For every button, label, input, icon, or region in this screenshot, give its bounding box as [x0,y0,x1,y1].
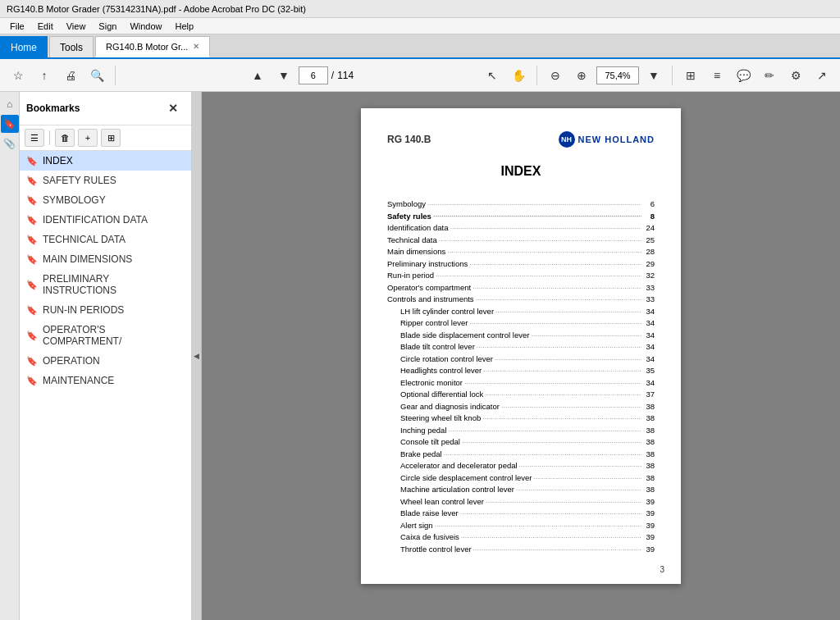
toc-item[interactable]: Identification data ····················… [387,222,655,235]
toc-item[interactable]: Alert sign ·····························… [387,520,655,532]
bookmark-safety[interactable]: 🔖 SAFETY RULES [20,171,191,190]
toc-item[interactable]: Blade side displacement control lever ··… [387,330,655,342]
sidebar-list-btn[interactable]: ☰ [25,129,44,147]
toc-page-num: 38 [641,484,655,495]
zoom-out-button[interactable]: ⊖ [544,64,567,87]
menu-window[interactable]: Window [123,21,168,31]
toc-item[interactable]: Blade raise lever ······················… [387,508,655,520]
print-button[interactable]: 🖨 [59,64,82,87]
zoom-in-button[interactable]: ⊕ [570,64,593,87]
menu-sign[interactable]: Sign [92,21,123,31]
bookmark-icon-technical: 🔖 [26,235,38,245]
toc-item[interactable]: Circle side desplacement control lever ·… [387,472,655,485]
toc-item[interactable]: Run-in period ··························… [387,270,655,282]
bookmark-index[interactable]: 🔖 INDEX [20,151,191,171]
menu-help[interactable]: Help [169,21,201,31]
strip-nav-btn[interactable]: ⌂ [1,95,19,113]
index-title: INDEX [387,164,655,179]
zoom-input[interactable] [596,66,639,84]
toc-label: Throttle control lever [400,544,472,555]
sidebar-delete-btn[interactable]: 🗑 [55,129,75,147]
search-button[interactable]: 🔍 [85,64,108,87]
toc-page-num: 38 [641,449,655,460]
toc-item[interactable]: Headlights control lever ···············… [387,365,655,377]
toc-item[interactable]: Console tilt pedal ·····················… [387,436,655,449]
toc-page-num: 29 [641,258,655,270]
sidebar-add-btn[interactable]: + [78,129,98,147]
bookmark-operator[interactable]: 🔖 OPERATOR'S COMPARTMENT/ [20,320,191,351]
zoom-dropdown-button[interactable]: ▼ [642,64,665,87]
bookmark-identification[interactable]: 🔖 IDENTIFICATION DATA [20,210,191,230]
page-down-button[interactable]: ▼ [272,64,295,87]
bookmark-operation[interactable]: 🔖 OPERATION [20,351,191,371]
pen-button[interactable]: ✏ [758,64,781,87]
bookmark-preliminary[interactable]: 🔖 PRELIMINARY INSTRUCTIONS [20,269,191,300]
bookmark-dimensions[interactable]: 🔖 MAIN DIMENSIONS [20,249,191,269]
toc-label: Inching pedal [400,425,447,436]
toc-item[interactable]: Symbology ······························… [387,198,655,211]
cursor-tool[interactable]: ↖ [481,64,504,87]
strip-attachment-btn[interactable]: 📎 [1,134,19,153]
back-button[interactable]: ☆ [7,64,30,87]
sidebar-sep [49,130,50,145]
toc-item[interactable]: Optional differential lock ·············… [387,389,655,401]
sidebar-expand-btn[interactable]: ⊞ [101,129,121,147]
toc-dots: ········································… [500,402,641,413]
strip-bookmark-btn[interactable]: 🔖 [1,115,19,133]
tab-tools[interactable]: Tools [49,36,94,57]
toc-item[interactable]: Operator's compartment ·················… [387,282,655,294]
toc-dots: ········································… [437,235,641,247]
menu-file[interactable]: File [3,21,31,31]
menu-view[interactable]: View [60,21,93,31]
bookmark-symbology[interactable]: 🔖 SYMBOLOGY [20,190,191,210]
toc-page-num: 39 [641,496,655,508]
toc-item[interactable]: Main dimensions ························… [387,246,655,258]
toc-item[interactable]: Machine articulation control lever ·····… [387,484,655,496]
toc-item[interactable]: Controls and instruments ···············… [387,294,655,306]
toolbar: ☆ ↑ 🖨 🔍 ▲ ▼ / 114 ↖ ✋ ⊖ ⊕ ▼ ⊞ ≡ 💬 ✏ ⚙ ↗ [0,59,840,92]
bookmark-maintenance[interactable]: 🔖 MAINTENANCE [20,371,191,390]
tools-button2[interactable]: ⚙ [784,64,807,87]
upload-button[interactable]: ↑ [33,64,56,87]
tab-close-icon[interactable]: ✕ [193,42,199,51]
bookmark-technical[interactable]: 🔖 TECHNICAL DATA [20,230,191,249]
menu-edit[interactable]: Edit [31,21,60,31]
toc-item[interactable]: Accelerator and decelerator pedal ······… [387,460,655,472]
sidebar-close-button[interactable]: ✕ [162,97,185,120]
toc-item[interactable]: Caixa de fusiveis ······················… [387,531,655,544]
page-up-button[interactable]: ▲ [246,64,269,87]
title-bar: RG140.B Motor Grader (75314231NA).pdf - … [0,0,840,18]
toc-item[interactable]: Ripper control lever ···················… [387,317,655,330]
bookmark-runin[interactable]: 🔖 RUN-IN PERIODS [20,300,191,320]
toc-item[interactable]: Technical data ·························… [387,235,655,247]
toc-page-num: 38 [641,425,655,436]
toc-item[interactable]: Inching pedal ··························… [387,425,655,437]
toc-item[interactable]: Wheel lean control lever ···············… [387,496,655,508]
toc-item[interactable]: Brake pedal ····························… [387,449,655,461]
toc-container: Symbology ······························… [387,198,655,555]
toc-item[interactable]: LH lift cylinder control lever ·········… [387,306,655,318]
toc-label: Brake pedal [400,449,442,460]
view-mode-button[interactable]: ⊞ [679,64,702,87]
page-navigation: ▲ ▼ / 114 [246,64,354,87]
sidebar-collapse-handle[interactable]: ◀ [192,92,202,620]
tab-doc[interactable]: RG140.B Motor Gr... ✕ [95,36,210,57]
comment-button[interactable]: 💬 [732,64,755,87]
tab-home[interactable]: Home [0,36,48,57]
share-button[interactable]: ↗ [810,64,833,87]
toc-item[interactable]: Throttle control lever ·················… [387,544,655,556]
toc-item[interactable]: Circle rotation control lever ··········… [387,353,655,366]
toc-label: Caixa de fusiveis [400,531,459,543]
toc-label: Blade tilt control lever [400,341,475,353]
toc-page-num: 34 [641,306,655,317]
toc-item[interactable]: Blade tilt control lever ···············… [387,341,655,353]
toc-item[interactable]: Preliminary instructions ···············… [387,258,655,271]
bookmark-icon-dimensions: 🔖 [26,254,38,265]
toc-item[interactable]: Steering wheel tilt knob ···············… [387,413,655,425]
hand-tool[interactable]: ✋ [507,64,530,87]
toc-item[interactable]: Safety rules ···························… [387,211,655,223]
page-number-input[interactable] [299,66,328,84]
toc-item[interactable]: Gear and diagnosis indicator ···········… [387,401,655,413]
toc-item[interactable]: Electronic monitor ·····················… [387,377,655,390]
scroll-button[interactable]: ≡ [705,64,728,87]
